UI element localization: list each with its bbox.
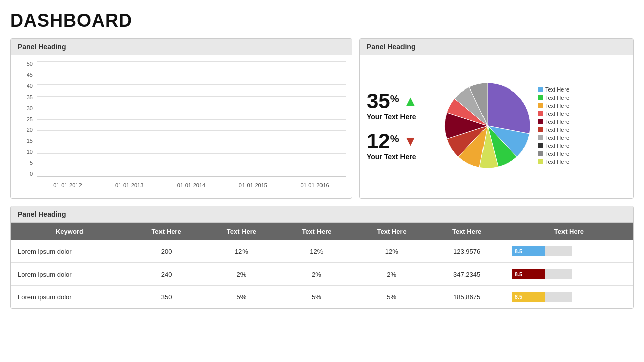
table-container: KeywordText HereText HereText HereText H… [11,223,633,308]
legend-item: Text Here [538,95,588,101]
y-label: 45 [17,72,35,78]
y-label: 35 [17,95,35,100]
table-cell: Lorem ipsum dolor [11,240,129,263]
pie-legend: Text HereText HereText HereText HereText… [538,86,588,165]
stat-label-2: Your Text Here [367,153,437,161]
table-header-cell: Text Here [354,223,429,240]
table-cell: 350 [129,286,204,308]
table-cell: 347,2345 [429,263,504,286]
table-cell-progress: 8.5 [505,286,633,308]
legend-item: Text Here [538,143,588,149]
stat-label-1: Your Text Here [367,113,437,121]
page-title: DASHBOARD [10,10,634,31]
table-header-cell: Text Here [204,223,279,240]
y-label: 40 [17,83,35,89]
pie-chart [442,80,533,171]
table-header-cell: Text Here [505,223,633,240]
down-arrow-icon: ▼ [404,134,418,148]
y-axis: 05101520253035404550 [17,61,35,177]
legend-color-box [538,119,543,124]
table-row: Lorem ipsum dolor20012%12%12%123,95768.5 [11,240,633,263]
up-arrow-icon: ▲ [404,94,418,108]
table-cell: 2% [279,263,354,286]
pie-chart-panel: Panel Heading 35% ▲ Your Text Here 12% ▼… [359,38,634,199]
legend-item: Text Here [538,119,588,125]
table-cell: Lorem ipsum dolor [11,286,129,308]
top-row: Panel Heading 05101520253035404550 01-01… [10,38,634,199]
progress-bar-fill: 8.5 [512,246,545,256]
legend-label: Text Here [545,95,569,101]
legend-label: Text Here [545,103,569,109]
table-header-cell: Text Here [129,223,204,240]
y-label: 25 [17,117,35,122]
table-header-cell: Text Here [429,223,504,240]
legend-color-box [538,111,543,116]
table-header-row: KeywordText HereText HereText HereText H… [11,223,633,240]
legend-color-box [538,135,543,140]
table-cell: 12% [279,240,354,263]
y-label: 15 [17,138,35,144]
legend-item: Text Here [538,111,588,117]
legend-color-box [538,127,543,132]
x-label: 01-01-2015 [239,182,267,188]
progress-bar-wrap: 8.5 [512,269,572,279]
table-panel-heading: Panel Heading [11,206,633,223]
pie-panel-heading: Panel Heading [360,39,633,55]
legend-label: Text Here [545,127,569,133]
table-cell: 2% [204,263,279,286]
legend-item: Text Here [538,86,588,93]
bar-panel-heading: Panel Heading [11,39,352,55]
bar-chart-panel: Panel Heading 05101520253035404550 01-01… [10,38,352,199]
progress-bar-wrap: 8.5 [512,292,572,302]
pie-stats: 35% ▲ Your Text Here 12% ▼ Your Text Her… [367,90,437,161]
x-label: 01-01-2012 [53,182,82,188]
table-header-cell: Text Here [279,223,354,240]
stat-percent-1: 35% ▲ [367,90,437,112]
legend-color-box [538,151,543,156]
table-cell: 123,9576 [429,240,504,263]
legend-item: Text Here [538,135,588,141]
x-label: 01-01-2013 [115,182,143,188]
pie-body: 35% ▲ Your Text Here 12% ▼ Your Text Her… [360,55,633,196]
legend-label: Text Here [545,135,569,141]
legend-label: Text Here [545,111,569,117]
data-table: KeywordText HereText HereText HereText H… [11,223,633,308]
stat-block-2: 12% ▼ Your Text Here [367,131,437,161]
legend-item: Text Here [538,159,588,165]
legend-label: Text Here [545,151,569,157]
legend-color-box [538,87,543,92]
stat-block-1: 35% ▲ Your Text Here [367,90,437,121]
table-row: Lorem ipsum dolor2402%2%2%347,23458.5 [11,263,633,286]
x-label: 01-01-2016 [300,182,329,188]
table-cell: 200 [129,240,204,263]
table-cell: 5% [354,286,429,308]
progress-bar-fill: 8.5 [512,269,545,279]
table-body: Lorem ipsum dolor20012%12%12%123,95768.5… [11,240,633,308]
x-label: 01-01-2014 [177,182,205,188]
table-cell: 185,8675 [429,286,504,308]
legend-color-box [538,143,543,148]
table-cell: 2% [354,263,429,286]
table-cell: 12% [204,240,279,263]
legend-color-box [538,103,543,108]
y-label: 30 [17,106,35,111]
legend-label: Text Here [545,86,569,93]
legend-color-box [538,159,543,164]
table-header-cell: Keyword [11,223,129,240]
progress-bar-fill: 8.5 [512,292,545,302]
table-panel: Panel Heading KeywordText HereText HereT… [10,206,634,309]
progress-bar-wrap: 8.5 [512,246,572,256]
y-label: 0 [17,171,35,177]
x-labels: 01-01-201201-01-201301-01-201401-01-2015… [37,178,346,192]
legend-item: Text Here [538,151,588,157]
table-cell: Lorem ipsum dolor [11,263,129,286]
legend-label: Text Here [545,119,569,125]
bar-chart-area: 05101520253035404550 01-01-201201-01-201… [17,61,346,192]
table-cell: 5% [204,286,279,308]
y-label: 5 [17,160,35,166]
table-cell-progress: 8.5 [505,240,633,263]
table-cell: 5% [279,286,354,308]
table-row: Lorem ipsum dolor3505%5%5%185,86758.5 [11,286,633,308]
stat-percent-2: 12% ▼ [367,131,437,152]
table-cell-progress: 8.5 [505,263,633,286]
